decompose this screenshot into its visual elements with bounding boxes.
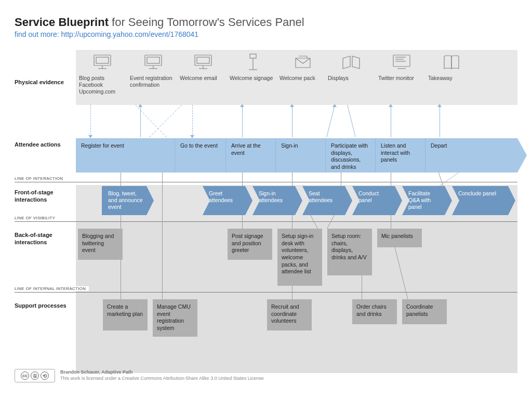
phys-item: Twitter monitor [378,53,425,82]
connector [292,173,292,186]
svg-rect-4 [145,55,162,65]
connector [439,173,459,186]
footer-text: Brandon Schauer, Adaptive Path This work… [60,369,264,381]
footer: cc ① ⟲ Brandon Schauer, Adaptive Path Th… [15,369,264,382]
connector [440,105,440,137]
fos-step: Conduct panel [352,186,395,215]
connector [347,105,355,137]
arrow-up-icon [290,104,294,107]
line-of-internal-interaction: LINE OF INTERNAL INTERACTION [15,292,517,293]
arrow-up-icon [332,104,337,107]
svg-rect-11 [197,57,209,63]
phys-item: Welcome signage [230,53,276,82]
label-attendee: Attendee actions [15,141,72,149]
phys-item: Welcome email [180,53,227,82]
fos-step: Blog, tweet, and announce event [102,186,147,215]
fos-step: Facilitate Q&A with panel [402,186,445,215]
connector [242,215,243,229]
svg-rect-3 [96,57,109,63]
bos-step: Setup room: chairs, displays, drinks and… [327,229,372,275]
fos-step: Seat attendees [302,186,345,215]
phys-item: Takeaway [428,53,475,82]
attendee-action: Sign-in [275,138,325,173]
svg-rect-0 [94,55,111,65]
support-step: Recruit and coordinate volunteers [267,299,312,330]
line-of-visibility: LINE OF VISIBILITY [15,221,517,222]
phys-label: Takeaway [428,75,475,82]
envelope-icon [291,53,314,72]
attendee-action: Register for event [76,138,175,173]
phys-label: Welcome email [180,75,227,82]
support-step: Create a marketing plan [103,299,148,330]
connector [121,173,121,186]
tv-icon [390,53,413,72]
phys-label: Event registration confirmation [130,75,177,88]
phys-label: Twitter monitor [378,75,425,82]
monitor-icon [91,53,114,72]
attendee-action: Go to the event [175,138,225,173]
arrow-up-icon [240,104,244,107]
label-physical: Physical evidence [15,79,72,86]
subtitle-link[interactable]: find out more: http://upcoming.yahoo.com… [15,30,198,38]
bos-step: Blogging and twittering event [78,229,123,260]
connector [292,286,292,299]
connector [192,105,193,137]
arrow-up-icon [389,104,393,107]
connector [242,105,243,137]
label-back: Back-of-stage interactions [15,232,72,246]
attendee-action: Participate with displays, discussions, … [325,138,375,173]
svg-rect-7 [147,57,159,63]
connector [341,173,341,186]
fos-step: Sign-in attendees [252,186,295,215]
phys-item: Displays [328,53,375,82]
phys-label: Welcome pack [280,75,326,82]
connector [292,215,292,229]
cc-license-badge: cc ① ⟲ [15,369,55,382]
connector [362,275,362,299]
page-title: Service Blueprint for Seeing Tomorrow's … [15,16,517,29]
connector [326,105,335,137]
phys-label: Blog posts Facebook Upcoming.com [79,75,126,95]
connector [121,215,121,229]
connector [391,105,391,137]
connector [149,105,182,137]
svg-rect-8 [195,55,211,65]
phys-label: Displays [328,75,375,82]
bos-step: Mic panelists [377,229,422,247]
front-of-stage-row: Blog, tweet, and announce event Greet at… [102,186,517,215]
connector [391,215,391,229]
connector [121,260,121,299]
book-icon [440,53,463,72]
monitor-icon [192,53,215,72]
bos-step: Setup sign-in desk with volunteers, welc… [277,229,322,286]
bos-step: Post signage and position greeter [228,229,272,260]
svg-rect-12 [250,54,256,58]
fos-step: Conclude panel [452,186,508,215]
phys-item: Blog posts Facebook Upcoming.com [79,53,126,95]
attendee-actions-band: Register for event Go to the event Arriv… [76,138,517,173]
support-step: Manage CMU event registration system [153,299,197,337]
phys-item: Welcome pack [280,53,326,82]
displays-icon [340,53,363,72]
phys-item: Event registration confirmation [130,53,177,88]
attendee-action: Depart [425,138,517,173]
sign-icon [242,53,264,72]
phys-label: Welcome signage [230,75,276,82]
label-front: Front-of-stage interactions [15,189,72,204]
label-support: Support processes [15,302,72,310]
blueprint-grid: Physical evidence Attendee actions Front… [15,50,517,382]
support-step: Coordinate panelists [402,299,447,324]
attendee-action: Listen and interact with panels [375,138,425,173]
monitor-icon [142,53,165,72]
connector [391,173,391,186]
attendee-action: Arrive at the event [225,138,275,173]
arrow-up-icon [437,104,442,107]
support-step: Order chairs and drinks [352,299,397,324]
connector [242,173,243,186]
arrow-up-icon [138,104,142,107]
fos-step: Greet attendees [203,186,245,215]
connector [90,105,91,137]
connector [292,105,292,137]
svg-rect-15 [393,55,410,67]
